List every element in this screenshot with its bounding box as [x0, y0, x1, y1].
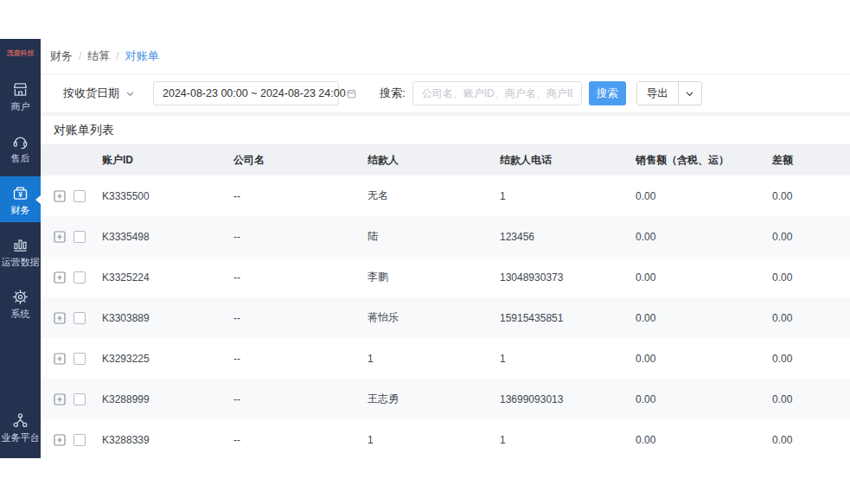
cell-account-id: K3288339	[102, 434, 233, 446]
table-header-row: 账户ID 公司名 结款人 结款人电话 销售额（含税、运） 差额	[41, 144, 850, 175]
cell-difference: 0.00	[772, 190, 850, 202]
cell-account-id: K3293225	[102, 353, 233, 365]
sidebar: 茂鹿科技 商户 售后 ¥ 财	[0, 39, 41, 458]
cell-difference: 0.00	[772, 353, 850, 365]
breadcrumb-item-settlement[interactable]: 结算	[87, 48, 110, 64]
app-window: 茂鹿科技 商户 售后 ¥ 财	[0, 39, 850, 464]
row-checkbox[interactable]	[73, 312, 86, 324]
row-checkbox[interactable]	[73, 393, 86, 405]
sidebar-item-system[interactable]: 系统	[0, 280, 41, 326]
sidebar-item-operations-data[interactable]: 运营数据	[0, 228, 41, 274]
column-header-account-id: 账户ID	[102, 153, 233, 168]
filter-bar: 按收货日期 2024-08-23 00:00 ~ 2024-08-23 24:0…	[41, 74, 850, 112]
cell-sales-amount: 0.00	[636, 231, 772, 243]
date-type-label: 按收货日期	[63, 86, 119, 101]
cell-payee: 王志勇	[367, 392, 500, 406]
cashbox-icon: ¥	[11, 184, 29, 202]
headset-icon	[11, 132, 29, 150]
expand-plus-icon[interactable]	[54, 393, 66, 405]
column-header-difference: 差额	[772, 153, 850, 168]
cell-difference: 0.00	[772, 434, 850, 446]
sidebar-item-finance[interactable]: ¥ 财务	[0, 176, 41, 222]
cell-sales-amount: 0.00	[636, 353, 772, 365]
table-row: K3293225--110.000.00	[41, 338, 850, 379]
sidebar-item-aftersales[interactable]: 售后	[0, 124, 41, 170]
cell-payee-phone: 13699093013	[500, 393, 636, 405]
cell-difference: 0.00	[772, 393, 850, 405]
search-button[interactable]: 搜索	[589, 81, 626, 105]
row-checkbox[interactable]	[73, 271, 86, 284]
column-header-payee-phone: 结款人电话	[500, 153, 636, 168]
cell-sales-amount: 0.00	[636, 393, 772, 405]
export-split-button: 导出	[636, 81, 702, 105]
table-row: K3335498--陆1234560.000.00	[41, 216, 850, 257]
table-title: 对账单列表	[54, 123, 114, 138]
column-header-payee: 结款人	[367, 153, 500, 168]
main-content: 财务 / 结算 / 对账单 按收货日期 2024-08-23 00:00 ~ 2…	[41, 39, 850, 464]
cell-difference: 0.00	[772, 271, 850, 284]
expand-plus-icon[interactable]	[54, 271, 66, 284]
row-checkbox[interactable]	[73, 231, 86, 243]
cell-payee: 李鹏	[367, 270, 500, 284]
sidebar-item-business-platform[interactable]: 业务平台	[0, 404, 41, 450]
column-header-company: 公司名	[233, 153, 367, 168]
table-row: K3288339--110.000.00	[41, 419, 850, 460]
cell-account-id: K3325224	[102, 271, 233, 284]
expand-plus-icon[interactable]	[54, 434, 66, 446]
search-label: 搜索:	[380, 86, 406, 101]
cell-payee-phone: 1	[500, 190, 636, 202]
date-range-input[interactable]: 2024-08-23 00:00 ~ 2024-08-23 24:00	[153, 81, 339, 105]
active-item-notch	[35, 195, 41, 204]
breadcrumb: 财务 / 结算 / 对账单	[41, 39, 850, 74]
row-checkbox[interactable]	[73, 434, 86, 446]
cell-payee-phone: 1	[500, 434, 636, 446]
expand-plus-icon[interactable]	[54, 312, 66, 324]
breadcrumb-separator: /	[79, 50, 81, 62]
cell-account-id: K3288999	[102, 393, 233, 405]
sidebar-item-merchant[interactable]: 商户	[0, 73, 41, 118]
expand-plus-icon[interactable]	[54, 190, 66, 202]
breadcrumb-item-finance[interactable]: 财务	[50, 48, 73, 64]
table-card-header: 对账单列表	[41, 116, 850, 144]
chevron-down-icon	[685, 89, 694, 99]
bar-chart-icon	[11, 236, 29, 254]
row-checkbox[interactable]	[73, 190, 86, 202]
table-row: K3325224--李鹏130489303730.000.00	[41, 257, 850, 297]
export-dropdown-toggle[interactable]	[679, 82, 701, 105]
sidebar-item-label: 运营数据	[2, 257, 40, 267]
cell-company: --	[233, 353, 367, 365]
sidebar-item-label: 业务平台	[2, 432, 40, 443]
cell-sales-amount: 0.00	[636, 312, 772, 324]
search-input[interactable]	[412, 81, 582, 105]
gear-icon	[11, 288, 29, 306]
sidebar-item-label: 售后	[11, 153, 30, 163]
column-header-sales-amount: 销售额（含税、运）	[636, 153, 772, 168]
expand-plus-icon[interactable]	[54, 231, 66, 243]
date-type-select[interactable]: 按收货日期	[63, 86, 135, 101]
org-network-icon	[11, 411, 29, 430]
cell-sales-amount: 0.00	[636, 190, 772, 202]
sidebar-item-label: 财务	[11, 205, 30, 215]
cell-payee: 无名	[367, 188, 500, 203]
sidebar-item-label: 商户	[11, 101, 30, 112]
cell-company: --	[233, 190, 367, 202]
cell-difference: 0.00	[772, 231, 850, 243]
cell-payee: 1	[367, 434, 500, 446]
storefront-icon	[11, 80, 29, 99]
cell-payee-phone: 13048930373	[500, 271, 636, 284]
cell-company: --	[233, 312, 367, 324]
row-checkbox[interactable]	[73, 353, 86, 365]
cell-account-id: K3335498	[102, 231, 233, 243]
cell-payee: 蒋怡乐	[367, 310, 500, 325]
logo: 茂鹿科技	[0, 39, 41, 67]
breadcrumb-item-statement[interactable]: 对账单	[125, 48, 159, 64]
chevron-down-icon	[125, 89, 135, 99]
table-body: K3335500--无名10.000.00 K3335498--陆1234560…	[41, 175, 850, 460]
expand-plus-icon[interactable]	[54, 353, 66, 365]
cell-company: --	[233, 271, 367, 284]
export-button[interactable]: 导出	[637, 82, 679, 105]
cell-company: --	[233, 434, 367, 446]
cell-sales-amount: 0.00	[636, 434, 772, 446]
svg-text:¥: ¥	[18, 190, 22, 199]
cell-company: --	[233, 231, 367, 243]
